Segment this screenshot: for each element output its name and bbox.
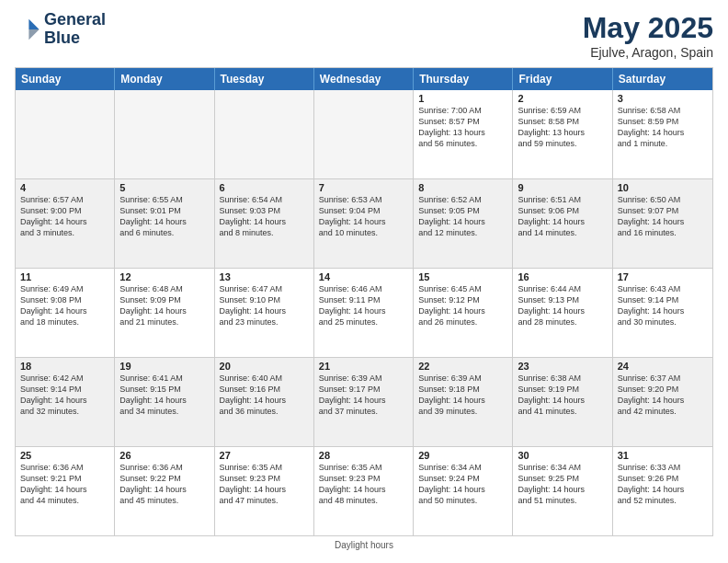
cell-text: Sunrise: 6:50 AM Sunset: 9:07 PM Dayligh… [618,194,708,239]
cell-text: Sunrise: 6:33 AM Sunset: 9:26 PM Dayligh… [618,462,708,507]
cell-text: Sunrise: 6:35 AM Sunset: 9:23 PM Dayligh… [319,462,408,507]
cell-text: Sunrise: 6:51 AM Sunset: 9:06 PM Dayligh… [518,194,607,239]
cell-text: Sunrise: 6:54 AM Sunset: 9:03 PM Dayligh… [220,194,309,239]
day-number: 1 [418,93,507,104]
cell-text: Sunrise: 6:43 AM Sunset: 9:14 PM Dayligh… [618,283,708,328]
calendar-cell: 11Sunrise: 6:49 AM Sunset: 9:08 PM Dayli… [16,269,115,357]
cell-text: Sunrise: 6:53 AM Sunset: 9:04 PM Dayligh… [319,194,408,239]
calendar-cell: 29Sunrise: 6:34 AM Sunset: 9:24 PM Dayli… [414,447,513,535]
calendar-week-row: 18Sunrise: 6:42 AM Sunset: 9:14 PM Dayli… [16,358,712,447]
day-number: 3 [618,93,708,104]
header: General Blue May 2025 Ejulve, Aragon, Sp… [15,11,713,60]
cell-text: Sunrise: 6:39 AM Sunset: 9:18 PM Dayligh… [418,373,507,418]
cell-text: Sunrise: 6:49 AM Sunset: 9:08 PM Dayligh… [20,283,109,328]
calendar-header-cell: Friday [513,68,612,90]
day-number: 29 [418,450,507,461]
logo-line1: General [44,11,106,29]
calendar-cell: 8Sunrise: 6:52 AM Sunset: 9:05 PM Daylig… [414,179,513,268]
subtitle: Ejulve, Aragon, Spain [583,45,713,60]
calendar-cell: 12Sunrise: 6:48 AM Sunset: 9:09 PM Dayli… [115,269,214,357]
calendar-cell: 21Sunrise: 6:39 AM Sunset: 9:17 PM Dayli… [314,358,414,446]
day-number: 2 [518,93,607,104]
calendar-cell: 6Sunrise: 6:54 AM Sunset: 9:03 PM Daylig… [215,179,314,268]
logo-text: General Blue [44,11,106,48]
calendar-cell: 30Sunrise: 6:34 AM Sunset: 9:25 PM Dayli… [513,447,612,535]
calendar-cell: 22Sunrise: 6:39 AM Sunset: 9:18 PM Dayli… [414,358,513,446]
calendar-cell: 7Sunrise: 6:53 AM Sunset: 9:04 PM Daylig… [314,179,414,268]
main-title: May 2025 [583,11,713,45]
calendar-cell: 17Sunrise: 6:43 AM Sunset: 9:14 PM Dayli… [613,269,712,357]
logo: General Blue [15,11,106,48]
day-number: 24 [618,361,708,372]
svg-marker-1 [28,29,39,40]
day-number: 8 [418,182,507,193]
calendar-cell: 16Sunrise: 6:44 AM Sunset: 9:13 PM Dayli… [513,269,612,357]
day-number: 25 [20,450,109,461]
cell-text: Sunrise: 6:46 AM Sunset: 9:11 PM Dayligh… [319,283,408,328]
cell-text: Sunrise: 6:48 AM Sunset: 9:09 PM Dayligh… [119,283,209,328]
day-number: 27 [220,450,309,461]
calendar-cell: 31Sunrise: 6:33 AM Sunset: 9:26 PM Dayli… [613,447,712,535]
calendar-cell: 18Sunrise: 6:42 AM Sunset: 9:14 PM Dayli… [16,358,115,446]
calendar-week-row: 4Sunrise: 6:57 AM Sunset: 9:00 PM Daylig… [16,179,712,269]
title-block: May 2025 Ejulve, Aragon, Spain [583,11,713,60]
calendar: SundayMondayTuesdayWednesdayThursdayFrid… [15,67,713,536]
cell-text: Sunrise: 7:00 AM Sunset: 8:57 PM Dayligh… [418,105,507,150]
cell-text: Sunrise: 6:35 AM Sunset: 9:23 PM Dayligh… [220,462,309,507]
calendar-cell [314,90,414,178]
calendar-cell: 10Sunrise: 6:50 AM Sunset: 9:07 PM Dayli… [613,179,712,268]
calendar-cell: 27Sunrise: 6:35 AM Sunset: 9:23 PM Dayli… [215,447,314,535]
day-number: 6 [220,182,309,193]
calendar-cell: 28Sunrise: 6:35 AM Sunset: 9:23 PM Dayli… [314,447,414,535]
calendar-header-cell: Thursday [414,68,513,90]
cell-text: Sunrise: 6:34 AM Sunset: 9:25 PM Dayligh… [518,462,607,507]
calendar-cell [115,90,214,178]
calendar-header-cell: Saturday [613,68,712,90]
cell-text: Sunrise: 6:57 AM Sunset: 9:00 PM Dayligh… [20,194,109,239]
day-number: 15 [418,271,507,282]
calendar-cell: 4Sunrise: 6:57 AM Sunset: 9:00 PM Daylig… [16,179,115,268]
calendar-cell: 9Sunrise: 6:51 AM Sunset: 9:06 PM Daylig… [513,179,612,268]
calendar-cell: 1Sunrise: 7:00 AM Sunset: 8:57 PM Daylig… [414,90,513,178]
calendar-cell [215,90,314,178]
calendar-week-row: 25Sunrise: 6:36 AM Sunset: 9:21 PM Dayli… [16,447,712,535]
cell-text: Sunrise: 6:58 AM Sunset: 8:59 PM Dayligh… [618,105,708,150]
calendar-cell: 25Sunrise: 6:36 AM Sunset: 9:21 PM Dayli… [16,447,115,535]
day-number: 23 [518,361,607,372]
svg-marker-0 [28,19,39,29]
day-number: 28 [319,450,408,461]
day-number: 31 [618,450,708,461]
cell-text: Sunrise: 6:59 AM Sunset: 8:58 PM Dayligh… [518,105,607,150]
calendar-cell: 26Sunrise: 6:36 AM Sunset: 9:22 PM Dayli… [115,447,214,535]
cell-text: Sunrise: 6:36 AM Sunset: 9:22 PM Dayligh… [119,462,209,507]
calendar-cell: 20Sunrise: 6:40 AM Sunset: 9:16 PM Dayli… [215,358,314,446]
cell-text: Sunrise: 6:38 AM Sunset: 9:19 PM Dayligh… [518,373,607,418]
day-number: 16 [518,271,607,282]
cell-text: Sunrise: 6:40 AM Sunset: 9:16 PM Dayligh… [220,373,309,418]
calendar-cell: 14Sunrise: 6:46 AM Sunset: 9:11 PM Dayli… [314,269,414,357]
day-number: 11 [20,271,109,282]
calendar-cell [16,90,115,178]
day-number: 21 [319,361,408,372]
logo-line2: Blue [44,29,106,48]
calendar-cell: 24Sunrise: 6:37 AM Sunset: 9:20 PM Dayli… [613,358,712,446]
calendar-header-cell: Monday [115,68,214,90]
calendar-cell: 3Sunrise: 6:58 AM Sunset: 8:59 PM Daylig… [613,90,712,178]
calendar-cell: 15Sunrise: 6:45 AM Sunset: 9:12 PM Dayli… [414,269,513,357]
cell-text: Sunrise: 6:41 AM Sunset: 9:15 PM Dayligh… [119,373,209,418]
day-number: 19 [119,361,209,372]
day-number: 17 [618,271,708,282]
calendar-header: SundayMondayTuesdayWednesdayThursdayFrid… [16,68,712,90]
cell-text: Sunrise: 6:52 AM Sunset: 9:05 PM Dayligh… [418,194,507,239]
logo-icon [15,17,40,42]
calendar-cell: 13Sunrise: 6:47 AM Sunset: 9:10 PM Dayli… [215,269,314,357]
calendar-cell: 19Sunrise: 6:41 AM Sunset: 9:15 PM Dayli… [115,358,214,446]
day-number: 9 [518,182,607,193]
cell-text: Sunrise: 6:44 AM Sunset: 9:13 PM Dayligh… [518,283,607,328]
day-number: 20 [220,361,309,372]
cell-text: Sunrise: 6:36 AM Sunset: 9:21 PM Dayligh… [20,462,109,507]
calendar-body: 1Sunrise: 7:00 AM Sunset: 8:57 PM Daylig… [16,90,712,535]
calendar-week-row: 1Sunrise: 7:00 AM Sunset: 8:57 PM Daylig… [16,90,712,179]
cell-text: Sunrise: 6:39 AM Sunset: 9:17 PM Dayligh… [319,373,408,418]
day-number: 22 [418,361,507,372]
